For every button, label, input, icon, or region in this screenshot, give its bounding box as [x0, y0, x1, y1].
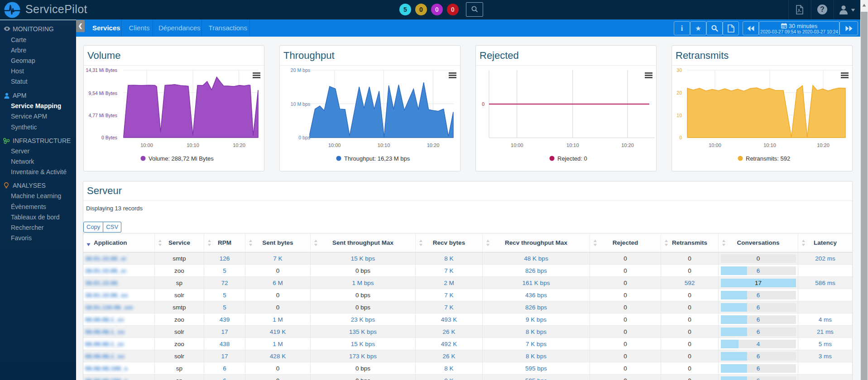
- svg-text:Throughput: 16,23 M bps: Throughput: 16,23 M bps: [344, 155, 410, 162]
- svg-text:10: 10: [676, 113, 682, 118]
- svg-text:10:00: 10:00: [709, 142, 721, 148]
- svg-text:10:10: 10:10: [187, 142, 199, 148]
- svg-text:Rejected: 0: Rejected: 0: [557, 155, 587, 162]
- svg-text:10:20: 10:20: [817, 142, 830, 148]
- svg-text:10:00: 10:00: [511, 142, 523, 148]
- svg-text:10:10: 10:10: [763, 142, 776, 148]
- svg-text:10:20: 10:20: [621, 142, 634, 148]
- svg-text:Volume: 288,72 Mi Bytes: Volume: 288,72 Mi Bytes: [149, 155, 214, 162]
- svg-text:0: 0: [482, 101, 484, 107]
- svg-text:4,77 Mi Bytes: 4,77 Mi Bytes: [88, 113, 117, 118]
- svg-text:10:20: 10:20: [233, 142, 245, 148]
- svg-text:0 bps: 0 bps: [298, 135, 310, 140]
- svg-text:10:20: 10:20: [427, 142, 440, 148]
- svg-text:14,31 Mi Bytes: 14,31 Mi Bytes: [86, 67, 117, 73]
- svg-text:10:10: 10:10: [566, 142, 579, 148]
- svg-text:10 M bps: 10 M bps: [291, 101, 310, 107]
- svg-text:10:00: 10:00: [328, 142, 341, 148]
- svg-text:30: 30: [676, 67, 682, 73]
- svg-text:9,54 Mi Bytes: 9,54 Mi Bytes: [88, 90, 117, 96]
- svg-text:10:00: 10:00: [140, 142, 153, 148]
- svg-text:20: 20: [676, 90, 682, 95]
- svg-text:0 Bytes: 0 Bytes: [101, 135, 117, 140]
- svg-text:20 M bps: 20 M bps: [291, 67, 310, 73]
- svg-text:0: 0: [679, 135, 682, 140]
- svg-text:Retransmits: 592: Retransmits: 592: [746, 155, 790, 162]
- svg-text:10:10: 10:10: [378, 142, 390, 148]
